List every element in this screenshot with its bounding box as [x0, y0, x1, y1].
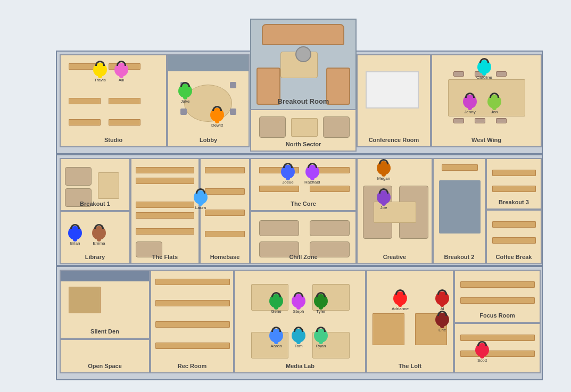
media-lab-room: The Loft — [366, 270, 454, 373]
homebase-room: The Core — [250, 158, 357, 211]
breakout2-room: Breakout 3 — [486, 158, 542, 210]
the-flats-room: Homebase — [200, 158, 250, 264]
breakout-room: North Sector — [250, 109, 357, 152]
rec-room: Media Lab — [234, 270, 366, 373]
lobby-room: Breakout Room — [250, 19, 357, 112]
library-room: The Flats — [130, 158, 200, 264]
open-space-room: Rec Room — [150, 270, 234, 373]
the-core-room: Chill Zone — [250, 211, 357, 264]
creative-room: Breakout 2 — [433, 158, 486, 264]
studio-room: Studio — [60, 54, 167, 147]
focus-room — [454, 323, 541, 373]
chill-zone-room: Creative — [357, 158, 433, 264]
silent-den-room: Open Space — [60, 339, 150, 373]
floor-plan: Studio Lobby Breakout Room North Sector — [16, 5, 553, 386]
breakout1-room: Library — [60, 211, 130, 264]
west-wing-room: Breakout 1 — [60, 158, 130, 211]
north-sector-room: Conference Room — [357, 54, 431, 147]
conference-room: West Wing — [431, 54, 542, 147]
the-loft-room: Focus Room — [454, 270, 541, 323]
coffee-break-room: Silent Den — [60, 270, 150, 339]
breakout3-room: Coffee Break — [486, 210, 542, 264]
kitchen-room: Lobby — [167, 54, 250, 147]
